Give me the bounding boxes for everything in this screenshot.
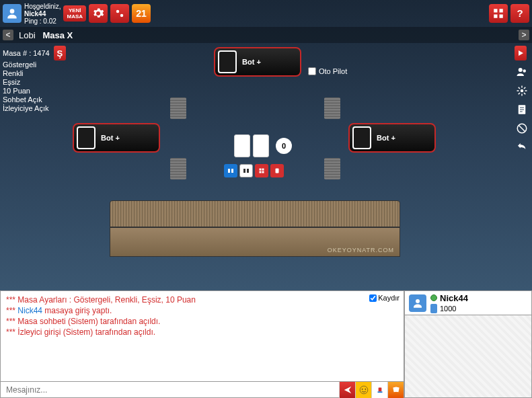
s-badge[interactable]: Ş [54,46,66,61]
chat-log: Kaydır *** Masa Ayarları : Göstergeli, R… [1,291,404,381]
svg-rect-18 [262,169,264,171]
svg-rect-3 [494,9,497,12]
undo-icon [516,141,528,153]
player-info: Nick44 1000 [430,293,468,313]
cards-icon [391,385,401,395]
player-slot-right[interactable]: Bot + [348,123,436,153]
chat-input-row [1,381,404,397]
top-bar: Hoşgeldiniz, Nick44 Ping : 0.02 YENİ MAS… [0,0,532,27]
action3-button[interactable] [255,164,268,177]
game-area: Hoşgeldiniz, Nick44 Ping : 0.02 YENİ MAS… [0,0,532,290]
center-area: 0 [234,134,292,157]
nav-lobby[interactable]: Lobi [19,30,36,40]
users-button[interactable] [515,65,529,79]
player-slot-left[interactable]: Bot + [73,123,160,153]
item-button[interactable] [371,382,387,398]
emoji-button[interactable] [355,382,371,398]
svg-rect-5 [494,15,497,18]
nav-bar: < Lobi Masa X > [0,27,532,43]
play-icon [517,49,525,57]
play-button[interactable] [515,46,527,61]
settings-gear2-button[interactable] [110,4,129,23]
svg-rect-20 [262,171,264,173]
svg-rect-13 [228,169,230,173]
svg-point-1 [116,10,120,13]
setting-line: Göstergeli [3,61,66,69]
player-slot-top[interactable]: Bot + [214,47,301,77]
nav-back-button[interactable]: < [3,30,13,40]
tiles-icon [242,167,250,175]
player-avatar [409,294,426,312]
watermark: OKEYOYNATR.COM [328,247,394,253]
svg-point-23 [361,389,363,390]
svg-point-9 [523,69,527,73]
sort-color-button[interactable] [224,164,237,177]
chat-line: *** Masa Ayarları : Göstergeli, Renkli, … [6,295,398,305]
nav-forward-button[interactable]: > [519,30,529,40]
tile-counter: 0 [276,138,292,154]
svg-point-0 [10,9,15,13]
send-button[interactable] [339,382,355,398]
smile-icon [359,385,369,395]
new-table-button[interactable]: YENİ MASA [63,5,86,22]
sort-number-button[interactable] [239,164,253,177]
svg-rect-6 [500,15,503,18]
table-number: Masa # : 1474 [3,49,50,58]
coin-icon [430,304,437,313]
side-toolbar [515,46,529,155]
svg-rect-16 [247,169,249,173]
svg-point-8 [519,68,523,72]
question-icon: ? [514,7,526,19]
otopilot-checkbox[interactable]: Oto Pilot [308,67,347,75]
score-button[interactable]: 21 [132,4,151,23]
discard-stack[interactable] [170,97,186,119]
notes-button[interactable] [515,102,529,117]
indicator-tile[interactable] [253,134,269,157]
setting-line: İzleyiciye Açık [3,104,66,113]
rack-row-bottom[interactable]: OKEYOYNATR.COM [110,227,400,257]
otopilot-input[interactable] [308,67,316,75]
undo-button[interactable] [515,140,529,155]
settings-gear-button[interactable] [89,4,108,23]
chat-line: *** İzleyici girişi (Sistem) tarafından … [6,327,398,337]
tiles-icon [227,167,235,175]
player-name: Nick44 [430,293,468,303]
cards-button[interactable] [387,382,404,398]
svg-rect-4 [500,9,503,12]
chat-line: *** Nick44 masaya giriş yaptı. [6,306,398,315]
help-button[interactable]: ? [510,4,529,23]
send-icon [343,385,352,395]
svg-text:?: ? [517,7,523,19]
discard-stack[interactable] [170,158,186,180]
setting-line: Eşsiz [3,78,66,87]
user-avatar[interactable] [3,4,22,23]
users-icon [516,66,528,78]
player-coins: 1000 [430,304,468,313]
empty-tile [352,126,371,149]
draw-tile[interactable] [234,134,250,157]
discard-stack[interactable] [324,97,340,119]
svg-rect-25 [378,388,381,392]
chat-line: *** Masa sohbeti (Sistem) tarafından açı… [6,317,398,326]
svg-rect-17 [260,169,262,171]
grid-icon [492,7,504,19]
empty-tile [218,50,237,73]
gear-side-button[interactable] [515,83,529,98]
autoscroll-input[interactable] [369,294,377,302]
welcome-text: Hoşgeldiniz, Nick44 Ping : 0.02 [24,3,61,25]
tile-icon [273,167,281,175]
autoscroll-checkbox[interactable]: Kaydır [369,294,400,302]
tile-rack[interactable]: OKEYOYNATR.COM [110,200,400,258]
nav-table: Masa X [42,30,73,40]
player-header[interactable]: Nick44 1000 [405,291,531,315]
document-icon [516,104,528,116]
empty-tile [77,126,96,149]
rack-row-top[interactable] [110,200,400,227]
chat-input[interactable] [1,382,339,397]
grid-button[interactable] [489,4,508,23]
svg-point-24 [365,389,366,390]
block-button[interactable] [515,121,529,136]
svg-rect-26 [377,391,382,393]
action4-button[interactable] [270,164,284,177]
discard-stack[interactable] [324,158,340,180]
